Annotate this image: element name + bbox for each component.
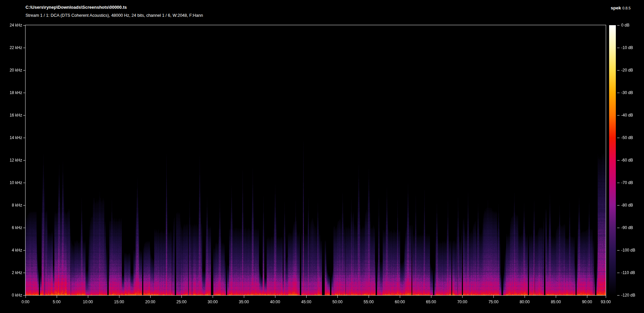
db-tick-label: -50 dB [621,135,633,140]
db-tick-label: -40 dB [621,113,633,118]
db-tick-label: -70 dB [621,180,633,185]
db-tick-mark [617,205,620,206]
db-tick-mark [617,228,620,228]
db-tick-label: -60 dB [621,158,633,163]
db-tick-label: -120 dB [621,293,635,298]
db-tick-mark [617,138,620,138]
db-tick-mark [617,295,620,296]
db-tick-label: 0 dB [621,23,630,28]
db-tick-mark [617,93,620,93]
db-tick-mark [617,25,620,26]
db-tick-label: -10 dB [621,45,633,50]
db-tick-mark [617,48,620,48]
db-tick-mark [617,273,620,273]
db-tick-mark [617,70,620,71]
db-tick-mark [617,183,620,183]
db-tick-mark [617,160,620,161]
spek-window: C:\Users\rynep\Downloads\Screenshots\000… [0,0,644,313]
db-tick-label: -80 dB [621,203,633,208]
db-tick-label: -90 dB [621,225,633,230]
db-tick-label: -110 dB [621,270,635,275]
db-axis: 0 dB-10 dB-20 dB-30 dB-40 dB-50 dB-60 dB… [0,0,644,313]
db-tick-label: -20 dB [621,68,633,73]
db-tick-label: -30 dB [621,90,633,95]
db-tick-label: -100 dB [621,248,635,253]
db-tick-mark [617,115,620,116]
db-tick-mark [617,250,620,251]
